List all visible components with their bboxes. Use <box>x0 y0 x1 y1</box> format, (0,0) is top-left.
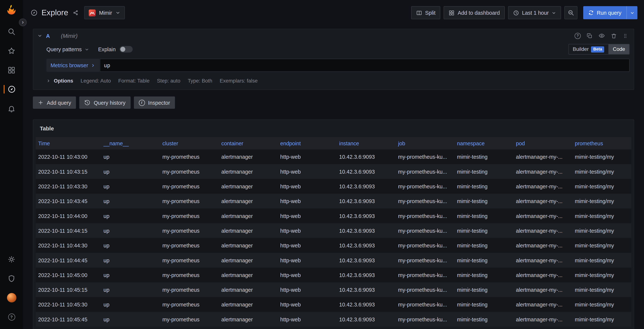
table-cell: my-prometheus-ku... <box>396 257 454 263</box>
table-cell: my-prometheus <box>160 272 219 278</box>
option-step: Step: auto <box>157 78 180 84</box>
column-header-job[interactable]: job <box>396 140 454 146</box>
sidebar-item-alerting[interactable] <box>0 99 23 118</box>
add-query-button[interactable]: Add query <box>33 96 76 109</box>
table-cell: 2022-10-11 10:43:30 <box>36 183 101 189</box>
table-cell: alertmanager-my-... <box>514 302 572 308</box>
code-label: Code <box>613 46 625 52</box>
column-header-namespace[interactable]: namespace <box>454 140 514 146</box>
metrics-browser-button[interactable]: Metrics browser <box>46 59 100 72</box>
table-header-row: Time__name__clustercontainerendpointinst… <box>36 137 631 149</box>
table-cell: my-prometheus <box>160 257 219 263</box>
column-header-prometheus[interactable]: prometheus <box>572 140 631 146</box>
sidebar-item-configuration[interactable] <box>0 250 23 269</box>
inspector-button[interactable]: i Inspector <box>134 96 175 109</box>
table-cell: up <box>101 168 160 175</box>
table-cell: alertmanager <box>219 287 278 293</box>
sidebar-item-server-admin[interactable] <box>0 269 23 288</box>
table-cell: my-prometheus <box>160 287 219 293</box>
table-cell: 10.42.3.6:9093 <box>337 168 396 175</box>
table-cell: http-web <box>278 228 337 234</box>
table-cell: http-web <box>278 302 337 308</box>
code-mode-option[interactable]: Code <box>608 44 629 54</box>
query-ref-id[interactable]: A <box>46 33 50 39</box>
table-cell: alertmanager-my-... <box>514 198 572 204</box>
table-cell: mimir-testing <box>454 242 514 249</box>
table-row: 2022-10-11 10:43:15upmy-prometheusalertm… <box>36 164 631 179</box>
grafana-logo-icon[interactable] <box>6 4 18 18</box>
datasource-picker[interactable]: Mimir <box>84 6 125 19</box>
sidebar-item-dashboards[interactable] <box>0 60 23 80</box>
table-cell: 2022-10-11 10:44:00 <box>36 213 101 219</box>
zoom-out-button[interactable] <box>564 6 578 19</box>
column-header-instance[interactable]: instance <box>337 140 396 146</box>
explain-toggle[interactable] <box>119 46 132 52</box>
table-cell: http-web <box>278 213 337 219</box>
run-query-button[interactable]: Run query <box>583 6 626 19</box>
query-input[interactable] <box>100 59 630 72</box>
table-cell: alertmanager <box>219 168 278 175</box>
table-cell: http-web <box>278 257 337 263</box>
table-row: 2022-10-11 10:45:15upmy-prometheusalertm… <box>36 283 631 297</box>
table-cell: up <box>101 242 160 249</box>
add-query-label: Add query <box>47 99 71 106</box>
query-editor-panel: A (Mimir) ? <box>33 29 634 90</box>
page-title: Explore <box>42 8 68 17</box>
table-cell: my-prometheus-ku... <box>396 316 454 322</box>
time-range-label: Last 1 hour <box>522 10 549 16</box>
table-cell: alertmanager <box>219 242 278 249</box>
table-row: 2022-10-11 10:45:30upmy-prometheusalertm… <box>36 297 631 312</box>
drag-handle-icon[interactable] <box>622 33 628 39</box>
table-cell: mimir-testing <box>454 213 514 219</box>
option-type: Type: Both <box>188 78 212 84</box>
explore-title-icon <box>30 9 38 16</box>
table-cell: 10.42.3.6:9093 <box>337 228 396 234</box>
share-icon[interactable] <box>73 10 78 16</box>
table-row: 2022-10-11 10:45:00upmy-prometheusalertm… <box>36 268 631 282</box>
options-collapse[interactable]: Options <box>46 78 73 84</box>
header-actions: Split Add to dashboard Last 1 hour <box>411 6 638 19</box>
run-query-dropdown-button[interactable] <box>626 6 637 19</box>
column-header-name[interactable]: __name__ <box>101 140 160 146</box>
sidebar-item-help[interactable]: ? <box>0 307 23 327</box>
table-cell: mimir-testing/my <box>572 198 631 204</box>
table-cell: my-prometheus <box>160 228 219 234</box>
run-query-label: Run query <box>597 10 622 16</box>
chevron-right-icon: › <box>22 19 24 25</box>
builder-mode-option[interactable]: Builder Beta <box>569 44 608 54</box>
copy-icon[interactable] <box>586 33 593 39</box>
table-row: 2022-10-11 10:43:00upmy-prometheusalertm… <box>36 149 631 164</box>
column-header-cluster[interactable]: cluster <box>160 140 219 146</box>
table-cell: alertmanager-my-... <box>514 316 572 322</box>
table-cell: up <box>101 213 160 219</box>
column-header-time[interactable]: Time <box>36 140 101 146</box>
run-query-group: Run query <box>583 6 638 19</box>
trash-icon[interactable] <box>611 33 617 39</box>
table-cell: mimir-testing <box>454 154 514 160</box>
table-cell: http-web <box>278 242 337 249</box>
column-header-pod[interactable]: pod <box>514 140 572 146</box>
query-patterns-dropdown[interactable]: Query patterns <box>46 46 89 52</box>
explore-secondary-actions: Add query Query history i Inspector <box>33 96 634 109</box>
query-history-button[interactable]: Query history <box>80 96 130 109</box>
sidebar-item-explore[interactable] <box>0 79 23 99</box>
column-header-container[interactable]: container <box>219 140 278 146</box>
sidebar-item-profile[interactable] <box>0 288 23 307</box>
sidebar-item-starred[interactable] <box>0 41 23 60</box>
plus-icon <box>38 100 44 105</box>
table-cell: my-prometheus-ku... <box>396 272 454 278</box>
add-to-dashboard-button[interactable]: Add to dashboard <box>444 6 505 19</box>
split-button[interactable]: Split <box>411 6 440 19</box>
collapse-query-icon[interactable] <box>37 33 42 38</box>
table-cell: my-prometheus <box>160 213 219 219</box>
time-range-picker[interactable]: Last 1 hour <box>508 6 561 19</box>
eye-icon[interactable] <box>598 32 605 39</box>
table-cell: http-web <box>278 198 337 204</box>
datasource-help-icon[interactable]: ? <box>575 33 581 39</box>
table-cell: 2022-10-11 10:43:00 <box>36 154 101 160</box>
table-cell: 10.42.3.6:9093 <box>337 154 396 160</box>
sidebar-expand-button[interactable]: › <box>19 18 27 26</box>
column-header-endpoint[interactable]: endpoint <box>278 140 337 146</box>
inspector-label: Inspector <box>148 99 170 106</box>
option-exemplars: Exemplars: false <box>220 78 258 84</box>
